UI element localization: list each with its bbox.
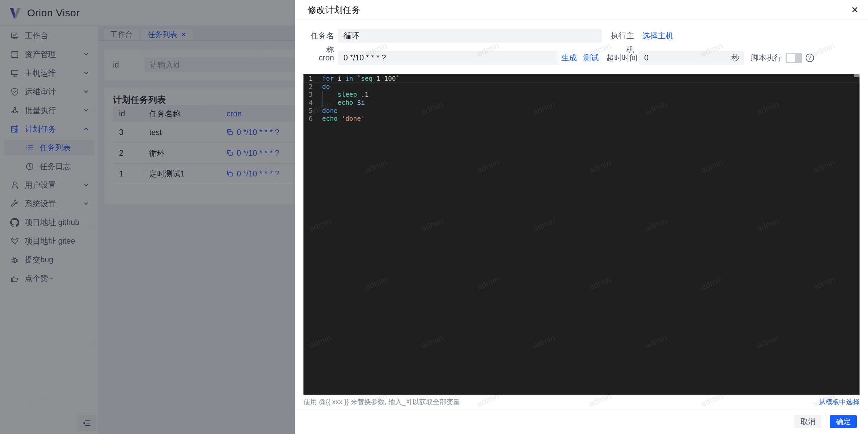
code-text: echo $i bbox=[322, 99, 860, 107]
line-number: 5 bbox=[303, 107, 313, 115]
task-name-input[interactable] bbox=[338, 29, 602, 43]
editor-line-6[interactable]: 6echo 'done' bbox=[303, 115, 860, 123]
token: 100 bbox=[384, 75, 396, 82]
choose-template-link[interactable]: 从模板中选择 bbox=[819, 397, 860, 407]
drawer-body: 任务名称 执行主机 选择主机 cron 生成 测试 超时时间 秒 脚本执行 ? bbox=[295, 20, 868, 409]
line-number: 2 bbox=[303, 83, 313, 91]
fold-gutter bbox=[313, 115, 322, 123]
code-text: echo 'done' bbox=[322, 115, 860, 123]
script-exec-label: 脚本执行 bbox=[751, 51, 782, 65]
script-exec-toggle[interactable] bbox=[786, 53, 802, 63]
code-text: do bbox=[322, 83, 860, 91]
indent-guide bbox=[322, 91, 323, 99]
token: sleep bbox=[338, 91, 357, 98]
fold-gutter bbox=[313, 99, 322, 107]
token: echo bbox=[322, 115, 338, 122]
token: .1 bbox=[361, 91, 369, 98]
fold-chevron-icon bbox=[315, 84, 320, 89]
confirm-button[interactable]: 确定 bbox=[830, 415, 857, 428]
app-root: Orion Visor 工作台资产管理主机运维运维审计批量执行计划任务任务列表任… bbox=[0, 0, 868, 434]
token bbox=[357, 91, 361, 98]
line-number: 3 bbox=[303, 91, 313, 99]
token: done bbox=[322, 107, 338, 114]
editor-hint-row: 使用 @{{ xxx }} 来替换参数, 输入_可以获取全部变量 从模板中选择 bbox=[303, 395, 860, 409]
script-code-editor[interactable]: 1for i in `seq 1 100`2do3 sleep .14 echo… bbox=[303, 74, 860, 395]
cron-input-group: 生成 测试 bbox=[338, 51, 602, 65]
timeout-field: 秒 bbox=[639, 51, 744, 65]
toggle-knob bbox=[787, 54, 795, 62]
cron-input[interactable] bbox=[338, 51, 558, 65]
edit-task-drawer: 修改计划任务 ✕ 任务名称 执行主机 选择主机 cron 生成 测试 超时时间 … bbox=[295, 0, 868, 434]
token: i bbox=[334, 75, 345, 82]
drawer-footer: 取消 确定 bbox=[295, 409, 868, 434]
cron-generate-button[interactable]: 生成 bbox=[558, 51, 580, 65]
token bbox=[353, 99, 357, 106]
token: seq bbox=[361, 75, 372, 82]
timeout-input[interactable] bbox=[639, 53, 731, 62]
editor-line-3[interactable]: 3 sleep .1 bbox=[303, 91, 860, 99]
editor-line-1[interactable]: 1for i in `seq 1 100` bbox=[303, 75, 860, 83]
token bbox=[322, 91, 338, 98]
token: ` bbox=[396, 75, 399, 82]
token: for bbox=[322, 75, 334, 82]
line-number: 6 bbox=[303, 115, 313, 123]
help-icon[interactable]: ? bbox=[806, 54, 814, 62]
indent-guide bbox=[322, 99, 323, 107]
editor-line-5[interactable]: 5done bbox=[303, 107, 860, 115]
token: $i bbox=[357, 99, 365, 106]
fold-gutter bbox=[313, 91, 322, 99]
select-host-link[interactable]: 选择主机 bbox=[642, 29, 673, 43]
code-text: done bbox=[322, 107, 860, 115]
line-number: 4 bbox=[303, 99, 313, 107]
token bbox=[373, 75, 376, 82]
fold-chevron-icon[interactable] bbox=[313, 83, 322, 91]
token bbox=[380, 75, 384, 82]
fold-gutter bbox=[313, 75, 322, 83]
token: 'done' bbox=[341, 115, 365, 122]
fold-gutter bbox=[313, 107, 322, 115]
timeout-label: 超时时间 bbox=[605, 51, 637, 65]
drawer-title: 修改计划任务 bbox=[308, 0, 360, 20]
param-hint-text: 使用 @{{ xxx }} 来替换参数, 输入_可以获取全部变量 bbox=[303, 397, 460, 407]
cron-test-button[interactable]: 测试 bbox=[580, 51, 602, 65]
token: 1 bbox=[376, 75, 380, 82]
token: do bbox=[322, 83, 330, 90]
token: in bbox=[346, 75, 353, 82]
token bbox=[322, 99, 338, 106]
editor-scrollbar[interactable] bbox=[854, 74, 860, 77]
token bbox=[338, 115, 341, 122]
cancel-button[interactable]: 取消 bbox=[794, 415, 822, 428]
exec-host-label: 执行主机 bbox=[604, 29, 634, 43]
editor-line-2[interactable]: 2do bbox=[303, 83, 860, 91]
code-text: sleep .1 bbox=[322, 91, 860, 99]
token: echo bbox=[338, 99, 353, 106]
timeout-unit-label: 秒 bbox=[731, 53, 744, 63]
token: ` bbox=[353, 75, 361, 82]
code-text: for i in `seq 1 100` bbox=[322, 75, 860, 83]
task-name-label: 任务名称 bbox=[303, 29, 334, 43]
close-icon[interactable]: ✕ bbox=[851, 0, 859, 20]
editor-line-4[interactable]: 4 echo $i bbox=[303, 99, 860, 107]
cron-label: cron bbox=[303, 51, 334, 65]
line-number: 1 bbox=[303, 75, 313, 83]
drawer-header: 修改计划任务 ✕ bbox=[295, 0, 868, 20]
